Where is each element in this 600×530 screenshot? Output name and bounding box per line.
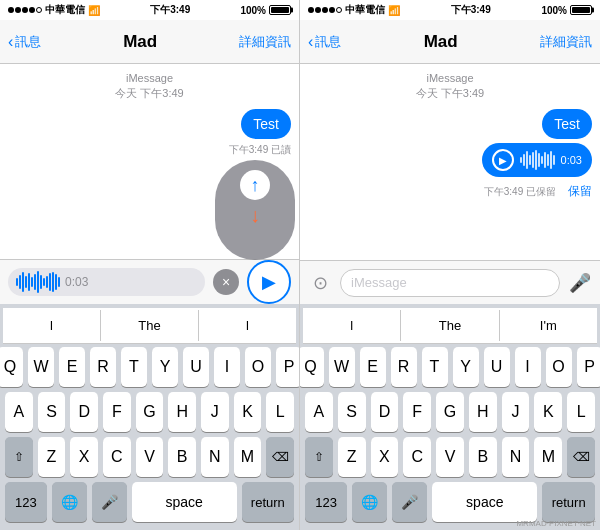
key-J[interactable]: J <box>201 392 229 432</box>
key-Q[interactable]: Q <box>0 347 23 387</box>
key-L2[interactable]: L <box>567 392 595 432</box>
send-up-circle[interactable]: ↑ <box>240 170 270 200</box>
key-return2[interactable]: return <box>542 482 595 522</box>
up-arrow-icon: ↑ <box>251 175 260 196</box>
suggestion-1-0[interactable]: l <box>3 310 101 341</box>
key-T[interactable]: T <box>121 347 147 387</box>
key-delete[interactable]: ⌫ <box>266 437 294 477</box>
key-W2[interactable]: W <box>329 347 355 387</box>
key-D[interactable]: D <box>70 392 98 432</box>
key-E[interactable]: E <box>59 347 85 387</box>
mic-input-btn[interactable]: 🎤 <box>566 269 594 297</box>
key-mic[interactable]: 🎤 <box>92 482 127 522</box>
cancel-icon: × <box>222 274 230 290</box>
battery-icon-1 <box>269 5 291 15</box>
dot4 <box>29 7 35 13</box>
key-F[interactable]: F <box>103 392 131 432</box>
key-shift2[interactable]: ⇧ <box>305 437 333 477</box>
key-X2[interactable]: X <box>371 437 399 477</box>
message-placeholder: iMessage <box>351 275 407 290</box>
suggestions-1: l The l <box>3 308 296 344</box>
key-num[interactable]: 123 <box>5 482 47 522</box>
key-U[interactable]: U <box>183 347 209 387</box>
key-F2[interactable]: F <box>403 392 431 432</box>
suggestion-1-1[interactable]: The <box>101 310 199 341</box>
message-input[interactable]: iMessage <box>340 269 560 297</box>
back-btn-1[interactable]: ‹ 訊息 <box>8 33 41 51</box>
key-Z2[interactable]: Z <box>338 437 366 477</box>
key-G[interactable]: G <box>136 392 164 432</box>
key-C[interactable]: C <box>103 437 131 477</box>
keyboard-rows-1: Q W E R T Y U I O P A S D F G H J K L <box>3 344 296 522</box>
suggestion-1-2[interactable]: l <box>199 310 296 341</box>
send-play-btn[interactable]: ▶ <box>247 260 291 304</box>
key-O[interactable]: O <box>245 347 271 387</box>
key-B2[interactable]: B <box>469 437 497 477</box>
key-V[interactable]: V <box>136 437 164 477</box>
key-emoji2[interactable]: 🌐 <box>352 482 387 522</box>
key-N[interactable]: N <box>201 437 229 477</box>
key-space[interactable]: space <box>132 482 237 522</box>
nav-detail-btn-1[interactable]: 詳細資訊 <box>239 33 291 51</box>
key-space2[interactable]: space <box>432 482 537 522</box>
key-delete2[interactable]: ⌫ <box>567 437 595 477</box>
key-A[interactable]: A <box>5 392 33 432</box>
key-Q2[interactable]: Q <box>300 347 324 387</box>
key-S[interactable]: S <box>38 392 66 432</box>
back-btn-2[interactable]: ‹ 訊息 <box>308 33 341 51</box>
key-N2[interactable]: N <box>502 437 530 477</box>
key-S2[interactable]: S <box>338 392 366 432</box>
key-M2[interactable]: M <box>534 437 562 477</box>
wave-bar <box>55 274 57 290</box>
suggestion-2-2[interactable]: I'm <box>500 310 597 341</box>
cancel-recording-btn[interactable]: × <box>213 269 239 295</box>
key-mic2[interactable]: 🎤 <box>392 482 427 522</box>
key-I[interactable]: I <box>214 347 240 387</box>
camera-btn[interactable]: ⊙ <box>306 269 334 297</box>
nav-detail-btn-2[interactable]: 詳細資訊 <box>540 33 592 51</box>
key-E2[interactable]: E <box>360 347 386 387</box>
key-K[interactable]: K <box>234 392 262 432</box>
key-H2[interactable]: H <box>469 392 497 432</box>
key-T2[interactable]: T <box>422 347 448 387</box>
wave-bar <box>40 275 42 289</box>
key-R2[interactable]: R <box>391 347 417 387</box>
key-R[interactable]: R <box>90 347 116 387</box>
key-V2[interactable]: V <box>436 437 464 477</box>
key-num2[interactable]: 123 <box>305 482 347 522</box>
suggestion-2-1[interactable]: The <box>401 310 499 341</box>
key-P2[interactable]: P <box>577 347 601 387</box>
audio-waveform <box>520 150 555 170</box>
key-J2[interactable]: J <box>502 392 530 432</box>
key-Z[interactable]: Z <box>38 437 66 477</box>
audio-duration: 0:03 <box>561 154 582 166</box>
key-I2[interactable]: I <box>515 347 541 387</box>
key-K2[interactable]: K <box>534 392 562 432</box>
key-X[interactable]: X <box>70 437 98 477</box>
key-A2[interactable]: A <box>305 392 333 432</box>
suggestion-2-0[interactable]: l <box>303 310 401 341</box>
battery-fill-1 <box>271 7 289 13</box>
audio-play-btn[interactable]: ▶ <box>492 149 514 171</box>
key-B[interactable]: B <box>168 437 196 477</box>
key-O2[interactable]: O <box>546 347 572 387</box>
key-C2[interactable]: C <box>403 437 431 477</box>
key-G2[interactable]: G <box>436 392 464 432</box>
key-Y[interactable]: Y <box>152 347 178 387</box>
bubble-meta-1: 下午3:49 已讀 <box>8 143 291 157</box>
dot1 <box>308 7 314 13</box>
key-L[interactable]: L <box>266 392 294 432</box>
key-P[interactable]: P <box>276 347 300 387</box>
key-U2[interactable]: U <box>484 347 510 387</box>
wave-bar <box>58 277 60 287</box>
key-M[interactable]: M <box>234 437 262 477</box>
key-W[interactable]: W <box>28 347 54 387</box>
key-emoji[interactable]: 🌐 <box>52 482 87 522</box>
key-D2[interactable]: D <box>371 392 399 432</box>
key-Y2[interactable]: Y <box>453 347 479 387</box>
key-H[interactable]: H <box>168 392 196 432</box>
wave-bar <box>28 273 30 291</box>
key-return[interactable]: return <box>242 482 294 522</box>
keep-btn[interactable]: 保留 <box>568 183 592 200</box>
key-shift[interactable]: ⇧ <box>5 437 33 477</box>
